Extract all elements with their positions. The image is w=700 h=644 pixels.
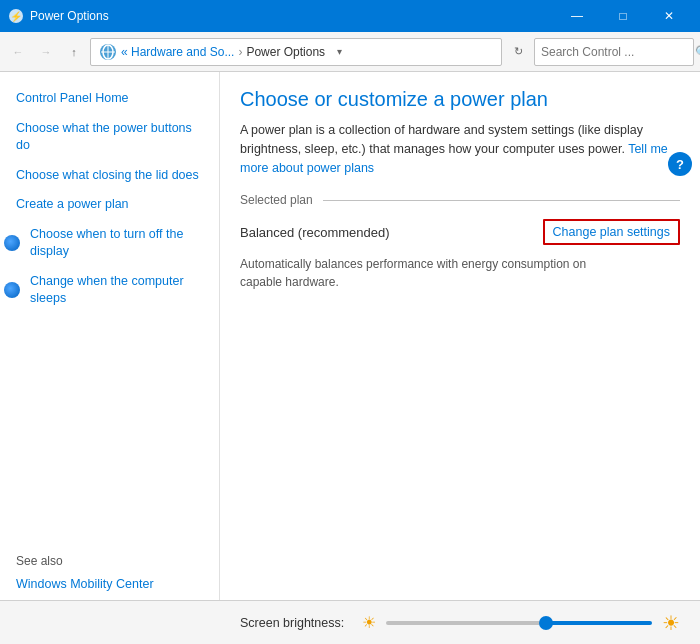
brightness-slider-track <box>386 621 652 625</box>
minimize-button[interactable]: — <box>554 0 600 32</box>
see-also-title: See also <box>0 546 219 572</box>
globe-icon <box>4 235 20 251</box>
plan-name: Balanced (recommended) <box>240 225 543 240</box>
selected-plan-header: Selected plan <box>240 193 680 207</box>
globe-icon-2 <box>4 282 20 298</box>
brightness-high-icon: ☀ <box>662 611 680 635</box>
page-title: Choose or customize a power plan <box>240 88 680 111</box>
sidebar-item-power-buttons[interactable]: Choose what the power buttons do <box>0 114 219 161</box>
sidebar: Control Panel Home Choose what the power… <box>0 72 220 644</box>
help-button[interactable]: ? <box>668 152 692 176</box>
path-hardware[interactable]: « Hardware and So... <box>121 45 234 59</box>
folder-icon <box>99 43 117 61</box>
search-icon: 🔍 <box>695 45 700 59</box>
brightness-slider-thumb[interactable] <box>539 616 553 630</box>
titlebar: ⚡ Power Options — □ ✕ <box>0 0 700 32</box>
addressbar: ← → ↑ « Hardware and So... › Power Optio… <box>0 32 700 72</box>
close-button[interactable]: ✕ <box>646 0 692 32</box>
main-container: Control Panel Home Choose what the power… <box>0 72 700 644</box>
up-button[interactable]: ↑ <box>62 40 86 64</box>
address-path[interactable]: « Hardware and So... › Power Options ▾ <box>90 38 502 66</box>
path-dropdown[interactable]: ▾ <box>329 38 349 66</box>
svg-text:⚡: ⚡ <box>10 10 23 23</box>
brightness-label: Screen brightness: <box>240 616 344 630</box>
path-current: Power Options <box>246 45 325 59</box>
change-plan-button[interactable]: Change plan settings <box>543 219 680 245</box>
search-box[interactable]: 🔍 <box>534 38 694 66</box>
sidebar-item-create-plan[interactable]: Create a power plan <box>0 190 219 220</box>
brightness-low-icon: ☀ <box>362 613 376 632</box>
sidebar-item-computer-sleeps[interactable]: Change when the computer sleeps <box>26 273 219 308</box>
path-sep-1: › <box>238 45 242 59</box>
brightness-bar: Screen brightness: ☀ ☀ <box>0 600 700 644</box>
selected-plan-label: Selected plan <box>240 193 313 207</box>
sidebar-spacer <box>0 314 219 547</box>
maximize-button[interactable]: □ <box>600 0 646 32</box>
search-input[interactable] <box>541 45 691 59</box>
window-title: Power Options <box>30 9 554 23</box>
content-description: A power plan is a collection of hardware… <box>240 121 680 177</box>
sidebar-item-turn-off-display[interactable]: Choose when to turn off the display <box>26 226 219 261</box>
description-text-1: A power plan is a collection of hardware… <box>240 123 643 156</box>
refresh-button[interactable]: ↻ <box>506 40 530 64</box>
window-controls: — □ ✕ <box>554 0 692 32</box>
app-icon: ⚡ <box>8 8 24 24</box>
sidebar-item-control-panel-home[interactable]: Control Panel Home <box>0 84 219 114</box>
plan-description: Automatically balances performance with … <box>240 255 620 291</box>
sidebar-item-mobility-center[interactable]: Windows Mobility Center <box>0 572 219 596</box>
back-button[interactable]: ← <box>6 40 30 64</box>
forward-button[interactable]: → <box>34 40 58 64</box>
plan-row: Balanced (recommended) Change plan setti… <box>240 219 680 245</box>
selected-plan-divider <box>323 200 680 201</box>
content-area: Choose or customize a power plan A power… <box>220 72 700 644</box>
sidebar-item-closing-lid[interactable]: Choose what closing the lid does <box>0 161 219 191</box>
